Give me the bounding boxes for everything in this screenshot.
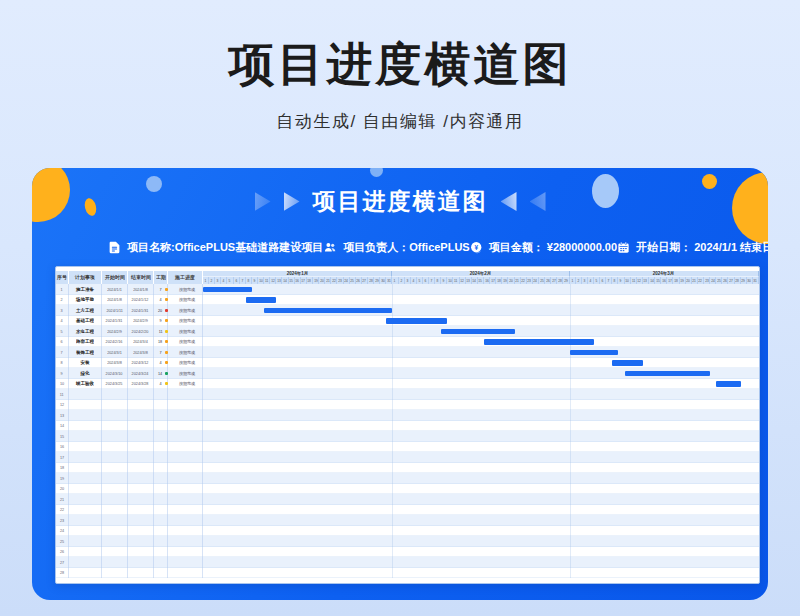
table-cell bbox=[154, 568, 168, 579]
gantt-lane bbox=[203, 347, 759, 358]
empty-row: 25 bbox=[56, 536, 759, 547]
table-cell bbox=[69, 568, 102, 579]
table-cell bbox=[102, 410, 128, 421]
empty-row: 22 bbox=[56, 505, 759, 516]
gantt-lane bbox=[203, 505, 759, 516]
status-cell: 按期完成 bbox=[168, 305, 203, 316]
empty-row: 12 bbox=[56, 400, 759, 411]
table-cell: 2024/3/8 bbox=[128, 347, 154, 358]
table-cell bbox=[154, 494, 168, 505]
table-cell: 20 bbox=[56, 484, 69, 495]
table-cell: 2024/3/1 bbox=[102, 347, 128, 358]
table-cell bbox=[69, 494, 102, 505]
table-cell: 水电工程 bbox=[69, 326, 102, 337]
status-cell bbox=[168, 442, 203, 453]
table-cell: 4 bbox=[56, 316, 69, 327]
status-cell: 按期完成 bbox=[168, 337, 203, 348]
sheet-body: 1施工准备2024/1/12024/1/87按期完成2场地平整2024/1/82… bbox=[56, 284, 759, 578]
chevron-right-icon bbox=[284, 192, 300, 211]
table-cell: 竣工验收 bbox=[69, 379, 102, 390]
gantt-bar bbox=[264, 308, 392, 314]
table-cell: 装饰工程 bbox=[69, 347, 102, 358]
gantt-lane bbox=[203, 295, 759, 306]
table-cell bbox=[154, 557, 168, 568]
table-cell: 9 bbox=[56, 368, 69, 379]
table-cell bbox=[128, 421, 154, 432]
empty-row: 26 bbox=[56, 547, 759, 558]
table-cell: 23 bbox=[56, 515, 69, 526]
gantt-lane bbox=[203, 431, 759, 442]
flag-icon bbox=[165, 319, 168, 322]
table-cell: 2024/3/28 bbox=[128, 379, 154, 390]
banner-card: 项目进度横道图 项目名称:OfficePLUS基础道路建设项目项目负责人：Off… bbox=[32, 168, 768, 600]
table-cell: 2024/2/9 bbox=[102, 326, 128, 337]
table-cell: 13 bbox=[56, 410, 69, 421]
table-cell bbox=[69, 389, 102, 400]
status-cell bbox=[168, 452, 203, 463]
empty-row: 21 bbox=[56, 494, 759, 505]
empty-row: 17 bbox=[56, 452, 759, 463]
gantt-lane bbox=[203, 473, 759, 484]
task-row: 9绿化2024/3/102024/3/2414按期完成 bbox=[56, 368, 759, 379]
task-row: 2场地平整2024/1/82024/1/124按期完成 bbox=[56, 295, 759, 306]
empty-row: 23 bbox=[56, 515, 759, 526]
table-cell: 2024/2/20 bbox=[128, 326, 154, 337]
info-item: 项目名称:OfficePLUS基础道路建设项目 bbox=[108, 240, 323, 255]
table-cell: 6 bbox=[56, 337, 69, 348]
gantt-bar bbox=[612, 360, 643, 366]
table-cell: 场地平整 bbox=[69, 295, 102, 306]
table-cell: 2024/1/8 bbox=[102, 295, 128, 306]
table-cell: 10 bbox=[56, 379, 69, 390]
status-cell: 按期完成 bbox=[168, 347, 203, 358]
table-cell bbox=[128, 442, 154, 453]
table-cell bbox=[128, 389, 154, 400]
gantt-lane bbox=[203, 547, 759, 558]
table-cell bbox=[128, 400, 154, 411]
flag-icon bbox=[165, 288, 168, 291]
status-cell bbox=[168, 463, 203, 474]
column-header: 序号 bbox=[56, 271, 69, 284]
page-title: 项目进度横道图 bbox=[0, 34, 800, 96]
table-cell bbox=[69, 410, 102, 421]
table-cell bbox=[69, 484, 102, 495]
table-cell: 24 bbox=[56, 526, 69, 537]
empty-row: 19 bbox=[56, 473, 759, 484]
status-cell bbox=[168, 431, 203, 442]
status-cell bbox=[168, 400, 203, 411]
table-cell bbox=[128, 463, 154, 474]
template-preview-page: { "page": { "title": "项目进度横道图", "subtitl… bbox=[0, 0, 800, 616]
table-cell bbox=[102, 452, 128, 463]
empty-row: 18 bbox=[56, 463, 759, 474]
table-cell bbox=[102, 484, 128, 495]
table-cell bbox=[69, 421, 102, 432]
table-cell bbox=[154, 442, 168, 453]
task-row: 3土方工程2024/1/112024/1/3120按期完成 bbox=[56, 305, 759, 316]
table-cell bbox=[69, 557, 102, 568]
table-cell bbox=[154, 505, 168, 516]
sheet-header-row: 序号计划事项开始时间结束时间工期施工进度2024年1月2024年2月2024年3… bbox=[56, 271, 759, 284]
task-row: 7装饰工程2024/3/12024/3/87按期完成 bbox=[56, 347, 759, 358]
gantt-lane bbox=[203, 484, 759, 495]
column-header: 施工进度 bbox=[168, 271, 203, 284]
table-cell: 路面工程 bbox=[69, 337, 102, 348]
table-cell bbox=[69, 526, 102, 537]
table-cell bbox=[154, 410, 168, 421]
table-cell: 施工准备 bbox=[69, 284, 102, 295]
table-cell: 安装 bbox=[69, 358, 102, 369]
task-row: 5水电工程2024/2/92024/2/2011按期完成 bbox=[56, 326, 759, 337]
flag-icon bbox=[165, 298, 168, 301]
empty-row: 13 bbox=[56, 410, 759, 421]
gantt-lane bbox=[203, 536, 759, 547]
gantt-lane bbox=[203, 400, 759, 411]
column-header: 结束时间 bbox=[128, 271, 154, 284]
table-cell bbox=[102, 526, 128, 537]
empty-row: 16 bbox=[56, 442, 759, 453]
gantt-lane bbox=[203, 368, 759, 379]
task-row: 6路面工程2024/2/162024/3/418按期完成 bbox=[56, 337, 759, 348]
task-row: 1施工准备2024/1/12024/1/87按期完成 bbox=[56, 284, 759, 295]
table-cell: 土方工程 bbox=[69, 305, 102, 316]
table-cell bbox=[69, 547, 102, 558]
table-cell bbox=[154, 526, 168, 537]
gantt-bar bbox=[203, 287, 252, 293]
table-cell: 22 bbox=[56, 505, 69, 516]
